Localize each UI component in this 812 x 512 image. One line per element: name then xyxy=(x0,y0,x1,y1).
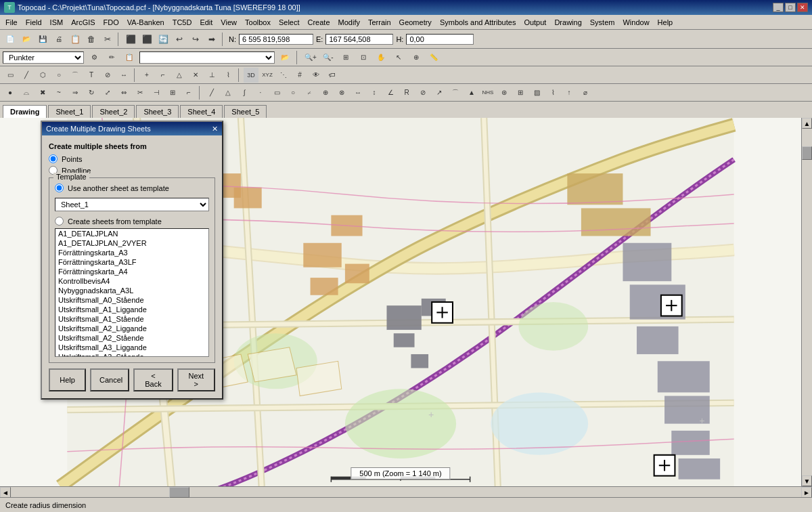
dim-radius[interactable]: R xyxy=(399,85,414,100)
help-button[interactable]: Help xyxy=(49,368,86,391)
radio-points[interactable] xyxy=(49,154,58,163)
extend-btn[interactable]: ⊣ xyxy=(149,85,164,100)
zoom-out-btn[interactable]: 🔍- xyxy=(321,50,336,65)
draw-text[interactable]: T xyxy=(84,68,99,83)
menu-geometry[interactable]: Geometry xyxy=(395,17,436,28)
layer-vis-btn[interactable]: 👁 xyxy=(309,68,323,83)
tb-btn-4[interactable]: 🖨 xyxy=(51,32,66,47)
tab-sheet4[interactable]: Sheet_4 xyxy=(180,105,223,118)
layer-icon-3[interactable]: 📋 xyxy=(122,50,137,65)
list-item-3[interactable]: Förrättningskarta_A3LF xyxy=(55,257,208,267)
survey-btn[interactable]: ⊛ xyxy=(497,85,512,100)
zoom-select-btn[interactable]: ⊡ xyxy=(356,50,371,65)
hatch-fill[interactable]: ▨ xyxy=(529,85,544,100)
hscroll-right[interactable]: ► xyxy=(801,487,812,498)
dim-arc[interactable]: ⌒ xyxy=(448,85,463,100)
new-button[interactable]: 📄 xyxy=(3,32,18,47)
boundary-btn[interactable]: ⊞ xyxy=(513,85,528,100)
zoom-extent-btn[interactable]: ⊞ xyxy=(338,50,353,65)
break-tool[interactable]: ⌿ xyxy=(302,85,317,100)
edit-vertex[interactable]: ▲ xyxy=(464,85,479,100)
vscroll-thumb[interactable] xyxy=(802,146,812,160)
poly-tool[interactable]: △ xyxy=(221,85,235,100)
menu-symbols[interactable]: Symbols and Attributes xyxy=(436,17,520,28)
template-listbox[interactable]: A1_DETALJPLAN A1_DETALJPLAN_2VYER Förrät… xyxy=(55,228,209,357)
layer-icon-1[interactable]: ⚙ xyxy=(87,50,102,65)
dialog-close-button[interactable]: ✕ xyxy=(212,125,218,133)
explode-tool[interactable]: ⊗ xyxy=(334,85,349,100)
xyz-btn[interactable]: XYZ xyxy=(260,68,275,83)
collection-btn[interactable]: 📂 xyxy=(277,50,292,65)
mesh-btn[interactable]: ⋱ xyxy=(276,68,291,83)
measure-btn[interactable]: 📏 xyxy=(426,50,441,65)
menu-vabanken[interactable]: VA-Banken xyxy=(123,17,168,28)
tab-drawing[interactable]: Drawing xyxy=(3,105,47,118)
list-item-8[interactable]: Utskriftsmall_A1_Liggande xyxy=(55,305,208,314)
line-tool[interactable]: ╱ xyxy=(204,85,219,100)
list-item-10[interactable]: Utskriftsmall_A2_Liggande xyxy=(55,324,208,333)
trim-btn[interactable]: ✂ xyxy=(133,85,148,100)
list-item-5[interactable]: KontrollbevisA4 xyxy=(55,276,208,286)
menu-fdo[interactable]: FDO xyxy=(99,17,123,28)
save-button[interactable]: 💾 xyxy=(35,32,50,47)
circle-btn[interactable]: ● xyxy=(3,85,18,100)
pt-tool[interactable]: · xyxy=(253,85,268,100)
menu-view[interactable]: View xyxy=(217,17,241,28)
offset-btn[interactable]: ⊞ xyxy=(165,85,180,100)
menu-terrain[interactable]: Terrain xyxy=(364,17,395,28)
map-area[interactable]: + + 500 m (Zoom = 1 140 m) xyxy=(0,118,801,486)
smooth-btn[interactable]: ⌀ xyxy=(578,85,593,100)
snap-int[interactable]: ✕ xyxy=(188,68,203,83)
nhs-btn[interactable]: NHS xyxy=(480,85,495,100)
menu-field[interactable]: Field xyxy=(22,17,46,28)
back-button[interactable]: < Back xyxy=(133,368,173,391)
fillet-btn[interactable]: ⌐ xyxy=(181,85,196,100)
hscroll-thumb[interactable] xyxy=(169,487,189,498)
radio-use-another[interactable] xyxy=(55,184,64,192)
pan-btn[interactable]: ✋ xyxy=(374,50,388,65)
dim-horiz[interactable]: ↔ xyxy=(351,85,365,100)
snap-end[interactable]: ⌐ xyxy=(156,68,171,83)
draw-arc[interactable]: ⌒ xyxy=(68,68,83,83)
menu-arcgis[interactable]: ArcGIS xyxy=(67,17,99,28)
next-button[interactable]: Next > xyxy=(177,368,216,391)
hscroll-left[interactable]: ◄ xyxy=(0,487,11,498)
spline-tool[interactable]: ∫ xyxy=(237,85,252,100)
list-item-12[interactable]: Utskriftsmall_A3_Liggande xyxy=(55,343,208,352)
snap-point[interactable]: + xyxy=(139,68,154,83)
menu-create[interactable]: Create xyxy=(304,17,334,28)
menu-modify[interactable]: Modify xyxy=(334,17,364,28)
tab-sheet2[interactable]: Sheet_2 xyxy=(92,105,135,118)
zoom-in-btn[interactable]: 🔍+ xyxy=(303,50,318,65)
slope-btn[interactable]: ⌇ xyxy=(545,85,560,100)
menu-edit[interactable]: Edit xyxy=(196,17,217,28)
titlebar-controls[interactable]: _ □ ✕ xyxy=(773,3,808,12)
rotate-btn[interactable]: ↻ xyxy=(84,85,99,100)
collection-selector[interactable] xyxy=(139,51,275,64)
snap-mid[interactable]: △ xyxy=(172,68,187,83)
list-item-1[interactable]: A1_DETALJPLAN_2VYER xyxy=(55,238,208,248)
tab-sheet3[interactable]: Sheet_3 xyxy=(136,105,179,118)
tb-btn-11[interactable]: ↩ xyxy=(172,32,187,47)
list-item-6[interactable]: Nybyggnadskarta_A3L xyxy=(55,286,208,295)
dim-leader[interactable]: ↗ xyxy=(432,85,447,100)
vscrollbar[interactable]: ▲ ▼ xyxy=(801,118,812,486)
attrib-btn[interactable]: 🏷 xyxy=(325,68,340,83)
rect-tool[interactable]: ▭ xyxy=(269,85,284,100)
snap-btn[interactable]: ⊕ xyxy=(409,50,424,65)
ellipse-tool[interactable]: ○ xyxy=(286,85,300,100)
menu-drawing[interactable]: Drawing xyxy=(550,17,585,28)
layer-selector[interactable]: Punkter xyxy=(3,51,84,64)
join-tool[interactable]: ⊕ xyxy=(318,85,333,100)
radio-create-from[interactable] xyxy=(55,217,64,226)
list-item-9[interactable]: Utskriftsmall_A1_Stående xyxy=(55,314,208,324)
layer-icon-2[interactable]: ✏ xyxy=(104,50,119,65)
draw-circle[interactable]: ○ xyxy=(51,68,66,83)
menu-system[interactable]: System xyxy=(586,17,619,28)
open-button[interactable]: 📂 xyxy=(19,32,34,47)
list-item-0[interactable]: A1_DETALJPLAN xyxy=(55,229,208,238)
tb-btn-12[interactable]: ↪ xyxy=(188,32,203,47)
draw-line[interactable]: ╱ xyxy=(19,68,34,83)
snap-tan[interactable]: ⌇ xyxy=(221,68,235,83)
3d-btn[interactable]: 3D xyxy=(244,68,258,83)
